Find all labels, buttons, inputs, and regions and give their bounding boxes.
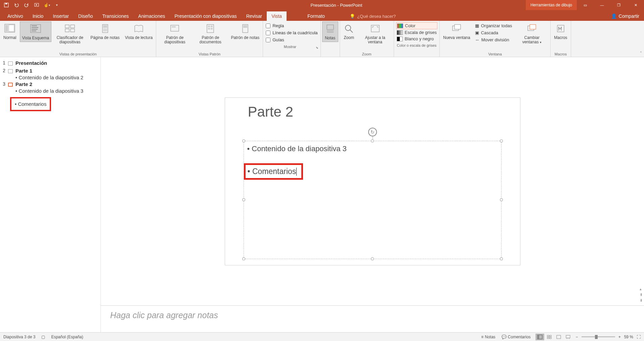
- content-placeholder[interactable]: ↻ Contenido de la diapositiva 3 Comentar…: [244, 141, 502, 259]
- share-button[interactable]: 👤 Compartir: [606, 11, 644, 21]
- collapse-ribbon-icon[interactable]: ˄: [640, 51, 642, 55]
- resize-handle[interactable]: [500, 198, 503, 201]
- outline-panel[interactable]: 1 Presentación 2 Parte 1 Contenido de la…: [0, 57, 101, 332]
- tab-file[interactable]: Archivo: [3, 11, 28, 21]
- normal-view-button[interactable]: Normal: [1, 22, 18, 41]
- show-group-label: Mostrar: [264, 44, 315, 49]
- reading-view-status-button[interactable]: [554, 334, 563, 340]
- status-comments-button[interactable]: 💬Comentarios: [500, 334, 532, 340]
- zoom-thumb[interactable]: [595, 335, 598, 339]
- tab-animations[interactable]: Animaciones: [133, 11, 170, 21]
- zoom-out-button[interactable]: −: [576, 335, 578, 339]
- zoom-in-button[interactable]: +: [618, 335, 621, 339]
- switch-windows-button[interactable]: Cambiar ventanas ▾: [515, 22, 549, 46]
- show-dialog-launcher[interactable]: ⬊: [316, 46, 319, 49]
- sorter-view-status-button[interactable]: [545, 334, 554, 340]
- ruler-checkbox[interactable]: Regla: [265, 22, 318, 29]
- tab-view[interactable]: Vista: [267, 11, 287, 21]
- slide-1-title[interactable]: Presentación: [15, 60, 47, 66]
- cascade-button[interactable]: ▣Cascada: [474, 29, 513, 36]
- tab-transitions[interactable]: Transiciones: [97, 11, 133, 21]
- slide-master-button[interactable]: Patrón de diapositivas: [158, 22, 192, 46]
- outline-slide-3[interactable]: 3 Parte 2: [0, 80, 100, 88]
- resize-handle[interactable]: [500, 139, 503, 142]
- tell-me-search[interactable]: 💡 ¿Qué desea hacer?: [350, 14, 396, 21]
- zoom-percent[interactable]: 59 %: [624, 335, 633, 339]
- resize-handle[interactable]: [242, 198, 245, 201]
- svg-rect-4: [5, 25, 8, 32]
- drawing-tools-tab[interactable]: Herramientas de dibujo: [526, 0, 577, 10]
- scroll-prev-slide-icon[interactable]: ⬆: [640, 293, 643, 297]
- redo-icon[interactable]: [24, 2, 30, 8]
- status-notes-button[interactable]: ≡Notas: [480, 334, 497, 340]
- notes-toggle-button[interactable]: Notas: [322, 22, 338, 42]
- qat-customize-icon[interactable]: ▾: [54, 2, 60, 8]
- zoom-button[interactable]: Zoom: [341, 22, 357, 41]
- save-icon[interactable]: [3, 2, 9, 8]
- bw-label: Blanco y negro: [405, 36, 434, 41]
- notes-master-button[interactable]: Patrón de notas: [229, 22, 261, 41]
- reading-view-button[interactable]: Vista de lectura: [123, 22, 155, 41]
- rotate-handle[interactable]: ↻: [368, 128, 377, 136]
- notes-page-button[interactable]: Página de notas: [88, 22, 122, 41]
- color-mode-button[interactable]: Color: [396, 22, 437, 29]
- slide-2-content[interactable]: Contenido de la diapositiva 2: [0, 75, 100, 80]
- tab-design[interactable]: Diseño: [74, 11, 98, 21]
- undo-icon[interactable]: [13, 2, 19, 8]
- resize-handle[interactable]: [371, 257, 374, 260]
- zoom-slider[interactable]: [582, 336, 615, 337]
- handout-master-button[interactable]: Patrón de documentos: [193, 22, 227, 46]
- bw-mode-button[interactable]: Blanco y negro: [396, 36, 437, 42]
- slide-title[interactable]: Parte 2: [248, 104, 293, 120]
- scroll-next-slide-icon[interactable]: ⬇: [640, 298, 643, 303]
- status-notes-label: Notas: [485, 335, 495, 339]
- slide-3-title[interactable]: Parte 2: [15, 81, 32, 87]
- close-button[interactable]: ✕: [627, 0, 644, 10]
- new-window-button[interactable]: Nueva ventana: [441, 22, 472, 41]
- arrange-all-button[interactable]: ▦Organizar todas: [474, 22, 513, 29]
- guides-checkbox[interactable]: Guías: [265, 36, 318, 43]
- svg-rect-41: [538, 335, 539, 339]
- slide-3-content-1[interactable]: Contenido de la diapositiva 3: [0, 88, 100, 94]
- tab-home[interactable]: Inicio: [28, 11, 48, 21]
- slideshow-status-button[interactable]: [564, 334, 572, 340]
- grayscale-mode-button[interactable]: Escala de grises: [396, 29, 437, 36]
- fit-slide-button[interactable]: ⛶: [637, 335, 641, 339]
- window-group-label: Ventana: [441, 51, 549, 57]
- language-indicator[interactable]: Español (España): [51, 335, 83, 339]
- bullet-2[interactable]: Comentarios: [248, 167, 297, 176]
- touch-mode-icon[interactable]: ☝▾: [44, 2, 50, 8]
- slide-3-content-2[interactable]: Comentarios: [15, 101, 46, 107]
- spell-check-icon[interactable]: ▢: [41, 335, 45, 339]
- tab-review[interactable]: Revisar: [242, 11, 267, 21]
- handout-master-label: Patrón de documentos: [195, 36, 225, 44]
- tab-format[interactable]: Formato: [303, 11, 330, 21]
- move-split-button[interactable]: ↔Mover división: [474, 36, 513, 43]
- tab-insert[interactable]: Insertar: [48, 11, 73, 21]
- resize-handle[interactable]: [371, 139, 374, 142]
- macros-button[interactable]: Macros: [552, 22, 569, 41]
- outline-view-button[interactable]: Vista Esquema: [20, 22, 52, 42]
- tab-slideshow[interactable]: Presentación con diapositivas: [170, 11, 241, 21]
- resize-handle[interactable]: [242, 257, 245, 260]
- outline-slide-2[interactable]: 2 Parte 1: [0, 67, 100, 75]
- outline-slide-1[interactable]: 1 Presentación: [0, 59, 100, 67]
- scroll-up-icon[interactable]: ▴: [640, 287, 643, 291]
- minimize-button[interactable]: —: [594, 0, 610, 10]
- svg-rect-24: [211, 26, 213, 27]
- ribbon-display-options[interactable]: ▭: [577, 0, 594, 10]
- gridlines-checkbox[interactable]: Líneas de la cuadrícula: [265, 29, 318, 36]
- notes-pane[interactable]: Haga clic para agregar notas: [101, 305, 644, 332]
- bullet-1[interactable]: Contenido de la diapositiva 3: [247, 143, 498, 155]
- restore-button[interactable]: ❐: [610, 0, 627, 10]
- resize-handle[interactable]: [242, 139, 245, 142]
- slide-canvas[interactable]: Parte 2 ↻ Contenido de la diapositiva 3 …: [225, 97, 520, 265]
- normal-view-status-button[interactable]: [535, 334, 544, 340]
- slide-counter[interactable]: Diapositiva 3 de 3: [3, 335, 35, 339]
- slideshow-icon[interactable]: [34, 2, 40, 8]
- slide-2-title[interactable]: Parte 1: [15, 68, 32, 74]
- resize-handle[interactable]: [500, 257, 503, 260]
- gridlines-label: Líneas de la cuadrícula: [272, 30, 317, 35]
- fit-to-window-button[interactable]: Ajustar a la ventana: [358, 22, 392, 46]
- slide-sorter-button[interactable]: Clasificador de diapositivas: [53, 22, 87, 46]
